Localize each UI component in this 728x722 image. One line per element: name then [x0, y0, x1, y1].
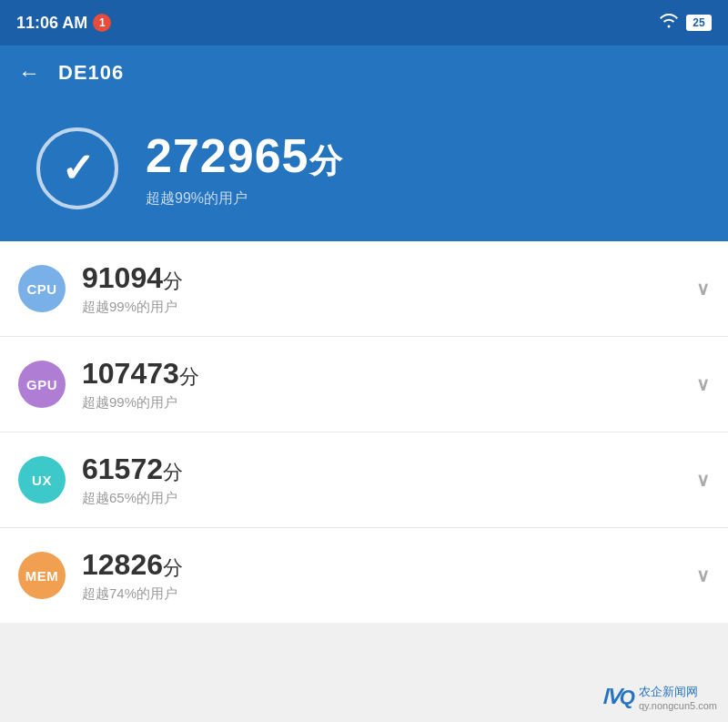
- time-display: 11:06 AM: [16, 14, 87, 33]
- watermark-url: qy.nongcun5.com: [639, 700, 717, 711]
- cpu-chevron: ∨: [696, 278, 710, 300]
- mem-fen: 分: [163, 556, 183, 579]
- mem-chevron: ∨: [696, 564, 710, 586]
- gpu-chevron: ∨: [696, 373, 710, 395]
- app-title: DE106: [58, 61, 124, 85]
- score-info: 272965分 超越99%的用户: [146, 128, 343, 208]
- items-container: CPU 91094分 超越99%的用户 ∨ GPU 107473分 超越99%的…: [0, 241, 728, 623]
- battery-display: 25: [686, 15, 712, 31]
- bench-item-mem[interactable]: MEM 12826分 超越74%的用户 ∨: [0, 528, 728, 623]
- status-icons: 25: [659, 14, 712, 32]
- ux-chevron: ∨: [696, 469, 710, 491]
- app-bar: ← DE106: [0, 46, 728, 100]
- watermark: ⅣQ 农企新闻网 qy.nongcun5.com: [602, 683, 717, 711]
- wifi-icon: [659, 14, 679, 32]
- mem-score: 12826分: [82, 548, 264, 582]
- watermark-name: 农企新闻网: [639, 685, 698, 698]
- score-section: ✓ 272965分 超越99%的用户: [0, 100, 728, 241]
- cpu-fen: 分: [163, 269, 183, 292]
- notification-badge: 1: [93, 14, 111, 32]
- bench-item-gpu[interactable]: GPU 107473分 超越99%的用户 ∨: [0, 337, 728, 432]
- ux-score-block: 61572分 超越65%的用户: [82, 453, 264, 507]
- check-icon: ✓: [61, 148, 95, 188]
- ux-score: 61572分: [82, 453, 264, 486]
- cpu-score-block: 91094分 超越99%的用户: [82, 261, 264, 316]
- total-score: 272965分: [146, 128, 343, 184]
- back-button[interactable]: ←: [18, 60, 40, 86]
- ux-fen: 分: [163, 461, 183, 483]
- mem-score-block: 12826分 超越74%的用户: [82, 548, 264, 603]
- gpu-score-block: 107473分 超越99%的用户: [82, 357, 264, 412]
- ux-icon: UX: [18, 456, 66, 503]
- watermark-logo: ⅣQ: [602, 686, 635, 709]
- mem-desc: 超越74%的用户: [82, 585, 264, 603]
- gpu-icon: GPU: [18, 361, 66, 408]
- cpu-desc: 超越99%的用户: [82, 299, 264, 316]
- gpu-score: 107473分: [82, 357, 264, 391]
- cpu-icon: CPU: [18, 265, 66, 312]
- bench-item-cpu[interactable]: CPU 91094分 超越99%的用户 ∨: [0, 241, 728, 337]
- bench-item-ux[interactable]: UX 61572分 超越65%的用户 ∨: [0, 432, 728, 528]
- check-circle: ✓: [36, 127, 118, 209]
- mem-icon: MEM: [18, 552, 66, 599]
- gpu-desc: 超越99%的用户: [82, 394, 264, 412]
- gpu-fen: 分: [179, 365, 199, 388]
- cpu-score: 91094分: [82, 261, 264, 295]
- status-bar: 11:06 AM 1 25: [0, 0, 728, 46]
- score-subtitle: 超越99%的用户: [146, 189, 343, 208]
- ux-desc: 超越65%的用户: [82, 490, 264, 507]
- status-time-area: 11:06 AM 1: [16, 14, 111, 33]
